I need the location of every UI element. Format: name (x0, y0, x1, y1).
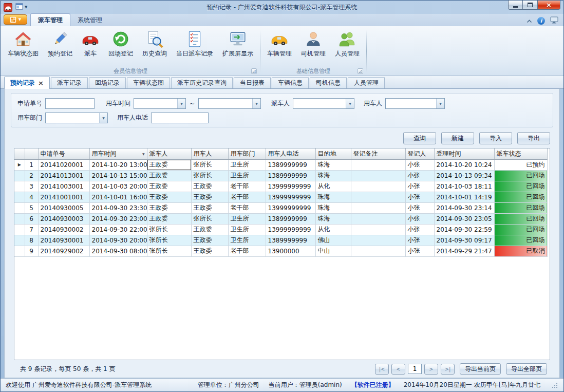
cell-status[interactable]: 已回场 (494, 170, 547, 181)
cell-use-time[interactable]: 2014-10-01 16:00 (89, 192, 147, 202)
dept-input[interactable] (46, 113, 99, 123)
cell-registrar[interactable]: 小张 (405, 170, 434, 181)
ribbon-button-search[interactable]: 历史查询 (138, 28, 171, 67)
ribbon-button-driver[interactable]: 司机管理 (297, 28, 330, 67)
cell-destination[interactable]: 从化 (315, 181, 351, 192)
doc-tab-return-records[interactable]: 回场记录 (89, 77, 126, 88)
cell-accept-time[interactable]: 2014-10-13 09:34 (434, 170, 494, 181)
table-row[interactable]: 5201409300052014-09-30 23:30王政委王政委老干部139… (14, 202, 547, 213)
help-icon[interactable]: i (537, 17, 545, 25)
cell-dispatcher[interactable]: 王政委 (147, 202, 191, 213)
cell-use-time[interactable]: 2014-09-30 23:00 (89, 213, 147, 224)
ribbon-button-yellow-car[interactable]: 车辆管理 (263, 28, 296, 67)
cell-dept[interactable]: 卫生所 (228, 224, 266, 235)
request-no-input[interactable] (45, 98, 95, 109)
table-row[interactable]: ▶1201410200012014-10-20 13:00王政委张所长卫生所13… (14, 159, 547, 170)
cell-dispatcher[interactable]: 张所长 (147, 235, 191, 246)
cell-dept[interactable]: 老干部 (228, 202, 266, 213)
cell-status[interactable]: 已回场 (494, 235, 547, 246)
table-row[interactable]: 6201409300032014-09-30 23:00王政委张所长卫生所138… (14, 213, 547, 224)
column-header-user[interactable]: 用车人 (191, 148, 228, 159)
cell-accept-time[interactable]: 2014-09-30 23:05 (434, 213, 494, 224)
cell-status[interactable]: 已回场 (494, 224, 547, 235)
cell-destination[interactable]: 珠海 (315, 213, 351, 224)
cell-phone[interactable]: 1389999999 (266, 213, 315, 224)
doc-tab-personnel[interactable]: 人员管理 (348, 77, 385, 88)
cell-dispatcher[interactable]: 王政委 (147, 181, 191, 192)
cell-destination[interactable]: 珠海 (315, 170, 351, 181)
cell-dispatcher[interactable]: 张所长 (147, 246, 191, 256)
export-all-pages-button[interactable]: 导出全部页 (506, 363, 547, 375)
cell-phone[interactable]: 1389999999 (266, 159, 315, 170)
table-row[interactable]: 9201409290022014-09-30 08:00张所长王政委老干部139… (14, 246, 547, 256)
chevron-down-icon[interactable]: ▼ (436, 99, 444, 108)
qat-dropdown-icon[interactable]: ▼ (25, 5, 27, 9)
cell-remark[interactable] (351, 213, 405, 224)
table-row[interactable]: 7201409300022014-09-30 22:00张所长王政委卫生所139… (14, 224, 547, 235)
doc-tab-vehicle-info[interactable]: 车辆信息 (272, 77, 309, 88)
app-icon[interactable] (4, 3, 12, 12)
doc-tab-driver-info[interactable]: 司机信息 (310, 77, 347, 88)
new-button[interactable]: 新建 (441, 132, 474, 144)
cell-use-time[interactable]: 2014-10-03 20:00 (89, 181, 147, 192)
cell-request-no[interactable]: 20140930003 (38, 213, 89, 224)
cell-request-no[interactable]: 20140930001 (38, 235, 89, 246)
user-combo[interactable]: ▼ (385, 98, 445, 109)
doc-tab-vehicle-status-map[interactable]: 车辆状态图 (127, 77, 170, 88)
export-button[interactable]: 导出 (517, 132, 550, 144)
ribbon-button-recycle[interactable]: 回场登记 (104, 28, 137, 67)
first-page-button[interactable]: |< (375, 364, 389, 375)
doc-tab-dispatch-records[interactable]: 派车记录 (51, 77, 88, 88)
cell-status[interactable]: 已预约 (494, 159, 547, 170)
minimize-button[interactable] (508, 1, 523, 10)
cell-remark[interactable] (351, 159, 405, 170)
column-header-destination[interactable]: 目的地 (315, 148, 351, 159)
column-header-registrar[interactable]: 登记人 (405, 148, 434, 159)
cell-remark[interactable] (351, 235, 405, 246)
cell-remark[interactable] (351, 246, 405, 256)
column-filter-icon[interactable]: ▼ (142, 152, 145, 156)
cell-dept[interactable]: 卫生所 (228, 170, 266, 181)
cell-destination[interactable]: 珠海 (315, 159, 351, 170)
qat-window-icon[interactable] (15, 3, 23, 12)
column-header-dispatcher[interactable]: 派车人 (147, 148, 191, 159)
column-header-request-no[interactable]: 申请单号 (38, 148, 89, 159)
cell-user[interactable]: 王政委 (191, 246, 228, 256)
query-button[interactable]: 查询 (403, 132, 436, 144)
cell-request-no[interactable]: 20141001001 (38, 192, 89, 202)
user-input[interactable] (386, 99, 436, 108)
cell-dispatcher[interactable]: 王政委 (147, 170, 191, 181)
ribbon-button-house[interactable]: 车辆状态图 (4, 28, 43, 67)
cell-accept-time[interactable]: 2014-09-30 23:14 (434, 202, 494, 213)
column-header-accept-time[interactable]: 受理时间 (434, 148, 494, 159)
cell-registrar[interactable]: 小张 (405, 159, 434, 170)
cell-phone[interactable]: 1389999999 (266, 170, 315, 181)
screen-style-icon[interactable] (550, 16, 558, 25)
cell-user[interactable]: 张所长 (191, 170, 228, 181)
cell-user[interactable]: 王政委 (191, 181, 228, 192)
cell-status[interactable]: 已回场 (494, 202, 547, 213)
close-button[interactable]: × (538, 1, 560, 10)
cell-phone[interactable]: 13999999999 (266, 181, 315, 192)
table-row[interactable]: 4201410010012014-10-01 16:00王政委王政委老干部139… (14, 192, 547, 202)
cell-remark[interactable] (351, 202, 405, 213)
cell-destination[interactable]: 珠海 (315, 202, 351, 213)
cell-dispatcher[interactable]: 王政委 (147, 159, 191, 170)
app-menu-button[interactable]: ▼ (4, 14, 27, 25)
chevron-down-icon[interactable]: ▼ (252, 99, 260, 108)
cell-accept-time[interactable]: 2014-09-30 09:17 (434, 235, 494, 246)
cell-remark[interactable] (351, 181, 405, 192)
maximize-button[interactable] (523, 1, 538, 10)
license-status-link[interactable]: 【软件已注册】 (351, 381, 394, 389)
dialog-launcher-icon[interactable]: ◿ (358, 68, 363, 74)
cell-registrar[interactable]: 小张 (405, 213, 434, 224)
cell-request-no[interactable]: 20141020001 (38, 159, 89, 170)
cell-remark[interactable] (351, 170, 405, 181)
cell-remark[interactable] (351, 192, 405, 202)
cell-accept-time[interactable]: 2014-09-29 21:47 (434, 246, 494, 256)
cell-dept[interactable]: 卫生所 (228, 213, 266, 224)
cell-use-time[interactable]: 2014-10-13 15:00 (89, 170, 147, 181)
table-row[interactable]: 8201409300012014-09-30 20:00张所长王政委卫生所138… (14, 235, 547, 246)
table-row[interactable]: 3201410030012014-10-03 20:00王政委王政委老干部139… (14, 181, 547, 192)
cell-registrar[interactable]: 小张 (405, 246, 434, 256)
